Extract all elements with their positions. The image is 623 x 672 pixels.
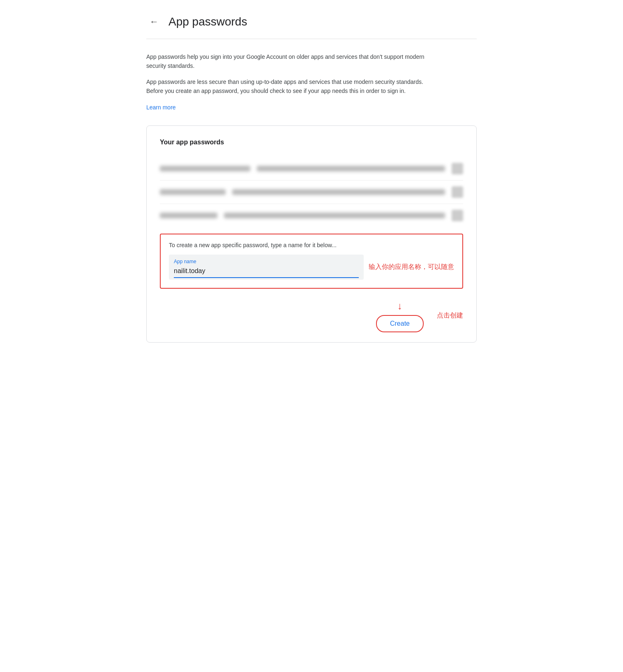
card-title: Your app passwords bbox=[160, 137, 463, 147]
create-button-wrapper: ↓ Create bbox=[376, 299, 424, 332]
delete-button-blurred[interactable] bbox=[452, 186, 463, 198]
passwords-list bbox=[160, 157, 463, 227]
create-section: ↓ Create 点击创建 bbox=[160, 299, 463, 332]
password-name-blurred bbox=[160, 189, 226, 195]
new-password-section: To create a new app specific password, t… bbox=[160, 234, 463, 289]
arrow-down-icon: ↓ bbox=[397, 299, 402, 313]
create-annotation: 点击创建 bbox=[437, 311, 463, 320]
page-container: ← App passwords App passwords help you s… bbox=[127, 0, 496, 362]
description-para-2: App passwords are less secure than using… bbox=[146, 77, 426, 96]
app-name-label: App name bbox=[174, 258, 359, 265]
delete-button-blurred[interactable] bbox=[452, 163, 463, 174]
new-password-description: To create a new app specific password, t… bbox=[169, 241, 454, 250]
password-name-blurred bbox=[160, 213, 217, 218]
app-passwords-card: Your app passwords bbox=[146, 125, 477, 343]
password-date-blurred bbox=[257, 166, 445, 171]
delete-button-blurred[interactable] bbox=[452, 210, 463, 221]
back-arrow-icon: ← bbox=[150, 17, 159, 26]
page-title: App passwords bbox=[168, 13, 247, 30]
password-date-blurred bbox=[224, 213, 445, 218]
password-name-blurred bbox=[160, 166, 250, 171]
learn-more-link[interactable]: Learn more bbox=[146, 104, 176, 111]
app-name-input[interactable] bbox=[174, 267, 359, 278]
table-row bbox=[160, 204, 463, 227]
page-header: ← App passwords bbox=[146, 13, 477, 39]
description-section: App passwords help you sign into your Go… bbox=[146, 52, 477, 112]
password-date-blurred bbox=[232, 189, 445, 195]
create-button[interactable]: Create bbox=[376, 315, 424, 332]
app-name-input-group: App name bbox=[169, 255, 364, 280]
description-para-1: App passwords help you sign into your Go… bbox=[146, 52, 426, 71]
table-row bbox=[160, 157, 463, 181]
back-button[interactable]: ← bbox=[146, 14, 162, 30]
input-annotation: 输入你的应用名称，可以随意 bbox=[369, 262, 454, 272]
table-row bbox=[160, 181, 463, 204]
